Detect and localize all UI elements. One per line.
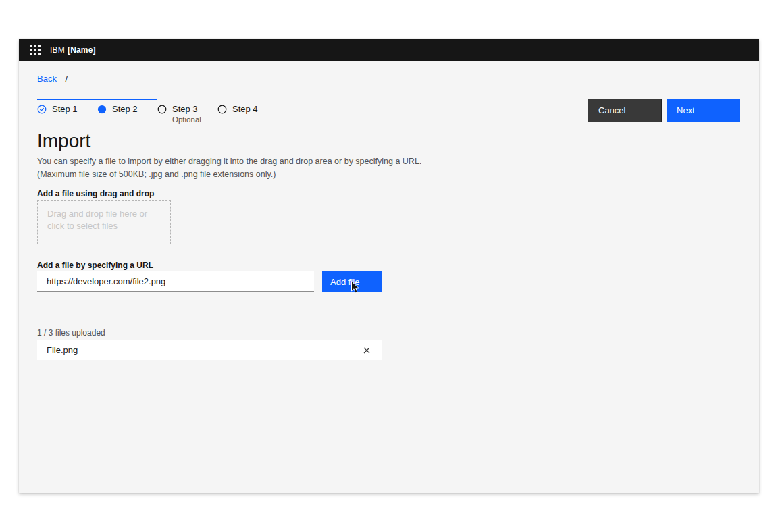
step-label: Step 1 — [52, 104, 78, 115]
add-file-button[interactable]: Add file — [322, 271, 382, 292]
progress-step-4[interactable]: Step 4 — [217, 99, 278, 124]
remove-file-button[interactable] — [361, 345, 372, 356]
app-switcher-button[interactable] — [26, 39, 45, 61]
progress-track — [217, 99, 278, 100]
url-label: Add a file by specifying a URL — [37, 261, 153, 270]
import-wizard-card: IBM[Name] Back / Step 1 Step 2 — [19, 39, 759, 493]
next-button[interactable]: Next — [667, 99, 740, 122]
close-icon — [363, 347, 370, 354]
grid-dots-icon — [30, 45, 41, 55]
dragdrop-zone[interactable]: Drag and drop file here or click to sele… — [37, 200, 171, 244]
url-input[interactable] — [37, 271, 314, 292]
incomplete-step-icon — [157, 105, 167, 114]
incomplete-step-icon — [217, 105, 227, 114]
progress-step-3[interactable]: Step 3 Optional — [157, 99, 217, 124]
app-header: IBM[Name] — [19, 39, 759, 61]
uploaded-file-item: File.png — [37, 340, 382, 360]
upload-status: 1 / 3 files uploaded — [37, 328, 105, 338]
back-link[interactable]: Back — [37, 74, 57, 84]
step-label: Step 4 — [232, 104, 258, 115]
step-label: Step 3 — [172, 104, 198, 115]
current-step-icon — [97, 105, 107, 114]
check-circle-icon — [37, 105, 47, 114]
dragdrop-label: Add a file using drag and drop — [37, 189, 154, 198]
dragdrop-placeholder: Drag and drop file here or click to sele… — [47, 209, 147, 231]
progress-step-2[interactable]: Step 2 — [97, 99, 157, 124]
progress-step-1[interactable]: Step 1 — [37, 99, 97, 124]
url-row: Add file — [37, 271, 382, 292]
step-label: Step 2 — [112, 104, 138, 115]
app-title: IBM[Name] — [50, 45, 96, 55]
step-optional-sublabel: Optional — [172, 115, 217, 124]
app-title-prefix: IBM — [50, 45, 65, 55]
progress-indicator: Step 1 Step 2 Step 3 Optional — [37, 99, 278, 124]
app-title-name: [Name] — [68, 45, 96, 55]
file-name: File.png — [47, 345, 78, 355]
progress-track — [157, 99, 217, 100]
page-description: You can specify a file to import by eith… — [37, 155, 421, 181]
wizard-actions: Cancel Next — [588, 99, 740, 122]
description-line-2: (Maximum file size of 500KB; .jpg and .p… — [37, 168, 421, 181]
progress-track — [37, 99, 97, 100]
page-title: Import — [37, 129, 90, 153]
breadcrumb-separator: / — [66, 74, 68, 84]
progress-track — [97, 99, 157, 100]
breadcrumb: Back / — [37, 74, 68, 84]
cancel-button[interactable]: Cancel — [588, 99, 662, 122]
description-line-1: You can specify a file to import by eith… — [37, 155, 421, 168]
